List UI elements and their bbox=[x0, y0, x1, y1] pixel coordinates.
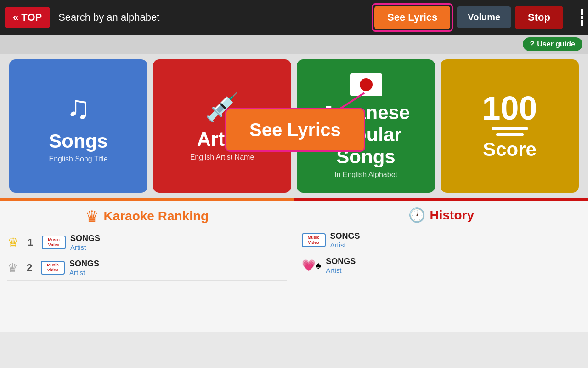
music-note-icon: ♫ bbox=[66, 89, 90, 126]
music-video-badge-1: Music Video bbox=[42, 236, 66, 249]
history-song-name-2: SONGS bbox=[326, 257, 581, 266]
stop-button[interactable]: Stop bbox=[515, 6, 563, 29]
score-underline bbox=[492, 127, 528, 130]
signal-bar-1 bbox=[581, 9, 583, 11]
japan-flag-icon bbox=[350, 73, 382, 96]
user-guide-label: User guide bbox=[537, 40, 575, 48]
user-guide-button[interactable]: ? User guide bbox=[523, 37, 582, 51]
music-video-badge-h1: Music Video bbox=[302, 233, 326, 247]
history-song-info-1: SONGS Artist bbox=[330, 231, 581, 249]
history-panel: 🕐 History Music Video SONGS Artist 💗♠ SO… bbox=[294, 198, 588, 332]
signal-bar-2 bbox=[581, 12, 583, 14]
video-label-2: Video bbox=[44, 268, 62, 273]
see-lyrics-header-button[interactable]: See Lyrics bbox=[374, 6, 450, 29]
song-info-2: SONGS Artist bbox=[69, 259, 287, 276]
clock-icon: 🕐 bbox=[408, 207, 425, 223]
music-label-h1: Music bbox=[305, 235, 323, 240]
ranking-row-2[interactable]: ♛ 2 Music Video SONGS Artist bbox=[7, 255, 287, 281]
history-title: History bbox=[430, 208, 474, 223]
score-underline-2 bbox=[496, 133, 524, 136]
signal-bar-4 bbox=[581, 20, 583, 25]
video-label-1: Video bbox=[45, 242, 63, 247]
ranking-panel: ♛ Karaoke Ranking ♛ 1 Music Video SONGS … bbox=[0, 198, 294, 332]
japanese-subtitle: In English Alphabet bbox=[334, 171, 397, 179]
header: « TOP Search by an alphabet See Lyrics V… bbox=[0, 0, 588, 34]
hearts-icon: 💗♠ bbox=[302, 259, 322, 272]
music-video-badge-2: Music Video bbox=[41, 261, 65, 275]
ranking-row-1[interactable]: ♛ 1 Music Video SONGS Artist bbox=[7, 230, 287, 255]
crown-icon: ♛ bbox=[85, 207, 99, 225]
signal-icon bbox=[567, 9, 583, 26]
rank-number-1: 1 bbox=[23, 236, 37, 248]
score-title: Score bbox=[483, 138, 537, 161]
ranking-header: ♛ Karaoke Ranking bbox=[7, 201, 287, 230]
song-info-1: SONGS Artist bbox=[70, 234, 287, 251]
history-song-info-2: SONGS Artist bbox=[326, 257, 581, 274]
ranking-title: Karaoke Ranking bbox=[103, 209, 209, 224]
search-label: Search by an alphabet bbox=[54, 12, 368, 23]
bottom-section: ♛ Karaoke Ranking ♛ 1 Music Video SONGS … bbox=[0, 198, 588, 332]
songs-subtitle: English Song Title bbox=[49, 155, 107, 163]
see-lyrics-header-wrapper: See Lyrics bbox=[372, 3, 453, 32]
history-row-2[interactable]: 💗♠ SONGS Artist bbox=[302, 253, 581, 278]
music-label-2: Music bbox=[44, 263, 62, 268]
top-button[interactable]: « TOP bbox=[5, 7, 50, 28]
song-name-1: SONGS bbox=[70, 234, 287, 243]
rank-number-2: 2 bbox=[23, 262, 36, 274]
songs-title: Songs bbox=[49, 130, 107, 152]
tile-score[interactable]: 100 Score bbox=[441, 59, 579, 193]
score-number: 100 bbox=[482, 92, 537, 125]
history-song-name-1: SONGS bbox=[330, 231, 581, 241]
history-header: 🕐 History bbox=[302, 201, 581, 228]
volume-button[interactable]: Volume bbox=[457, 6, 511, 28]
video-label-h1: Video bbox=[305, 240, 323, 245]
question-icon: ? bbox=[530, 40, 535, 48]
history-artist-name-2: Artist bbox=[326, 266, 581, 274]
tile-songs[interactable]: ♫ Songs English Song Title bbox=[9, 59, 147, 193]
see-lyrics-popup[interactable]: See Lyrics bbox=[225, 108, 365, 152]
music-label-1: Music bbox=[45, 237, 63, 242]
song-name-2: SONGS bbox=[69, 259, 287, 269]
artist-subtitle: English Artist Name bbox=[190, 153, 254, 161]
user-guide-bar: ? User guide bbox=[0, 34, 588, 54]
signal-bar-3 bbox=[581, 16, 583, 20]
crown-gold-icon: ♛ bbox=[7, 235, 19, 250]
crown-silver-icon: ♛ bbox=[7, 261, 18, 275]
history-artist-name-1: Artist bbox=[330, 241, 581, 249]
history-row-1[interactable]: Music Video SONGS Artist bbox=[302, 228, 581, 253]
japan-flag-circle bbox=[360, 78, 373, 91]
artist-name-1: Artist bbox=[70, 243, 287, 251]
artist-name-2: Artist bbox=[69, 269, 287, 276]
